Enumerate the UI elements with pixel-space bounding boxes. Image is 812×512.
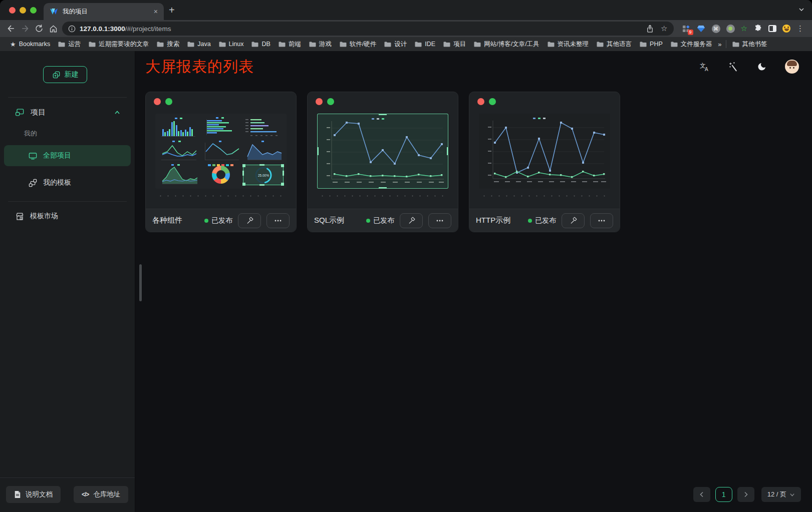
bookmark-folder[interactable]: 其他语言 — [593, 40, 636, 49]
profile-avatar-icon[interactable] — [782, 25, 790, 33]
home-button[interactable] — [46, 22, 60, 36]
site-info-icon[interactable] — [68, 25, 76, 33]
status-dot — [528, 219, 532, 223]
card-window-dots — [154, 98, 172, 105]
extension-star-icon[interactable]: ☆ — [741, 24, 747, 33]
bookmark-folder[interactable]: IDE — [411, 41, 439, 48]
bookmark-folder[interactable]: 搜索 — [153, 40, 183, 49]
share-icon[interactable] — [646, 25, 654, 33]
next-page-button[interactable] — [737, 487, 754, 502]
dark-mode-moon-icon[interactable] — [757, 62, 767, 72]
card-window-dots — [477, 98, 496, 105]
status-dot — [366, 219, 370, 223]
translate-icon[interactable]: 文A — [699, 62, 710, 72]
bookmark-folder[interactable]: 设计 — [380, 40, 411, 49]
bookmark-folder[interactable]: 近期需要读的文章 — [85, 40, 153, 49]
bookmark-folder[interactable]: PHP — [636, 41, 667, 48]
svg-text:25.00%: 25.00% — [258, 174, 269, 177]
more-actions-button[interactable] — [428, 213, 451, 228]
bookmark-folder[interactable]: 资讯未整理 — [544, 40, 593, 49]
address-bar[interactable]: 127.0.0.1:3000/#/project/items ☆ — [62, 22, 674, 36]
header-actions: 文A — [699, 60, 799, 74]
sidebar-divider — [8, 97, 127, 98]
status-label: 已发布 — [211, 216, 232, 225]
project-thumbnail[interactable] — [317, 114, 448, 189]
new-tab-button[interactable]: + — [169, 5, 175, 15]
zoom-window-button[interactable] — [30, 7, 37, 14]
sidebar-item-all-projects[interactable]: 全部项目 — [4, 145, 131, 166]
extensions-area: 9 ⌘ ☆ ⋮ — [678, 24, 808, 33]
scrollbar-thumb[interactable] — [139, 264, 142, 301]
tab-close-icon[interactable]: × — [154, 8, 158, 15]
back-button[interactable] — [4, 22, 18, 36]
status-label: 已发布 — [373, 216, 394, 225]
current-page-button[interactable]: 1 — [715, 487, 732, 502]
magic-wand-icon[interactable] — [728, 62, 739, 72]
extension-gem-icon[interactable] — [697, 24, 706, 33]
ellipsis-icon — [436, 217, 444, 225]
edit-project-button[interactable] — [238, 213, 261, 228]
chevron-up-icon[interactable] — [114, 109, 121, 116]
browser-menu-icon[interactable]: ⋮ — [796, 24, 804, 33]
more-actions-button[interactable] — [590, 213, 613, 228]
page-size-value: 12 / 页 — [767, 490, 786, 499]
user-avatar[interactable] — [785, 60, 799, 74]
close-window-button[interactable] — [9, 7, 16, 14]
extension-recorder-icon[interactable] — [726, 25, 735, 33]
donut — [212, 166, 230, 184]
bookmark-folder[interactable]: 文件服务器 — [667, 40, 716, 49]
bookmark-label: 资讯未整理 — [558, 40, 589, 49]
bookmark-folder[interactable]: 项目 — [439, 40, 470, 49]
page-size-select[interactable]: 12 / 页 — [761, 487, 801, 502]
url-text[interactable]: 127.0.0.1:3000/#/project/items — [80, 25, 171, 33]
bookmark-label: 搜索 — [167, 40, 179, 49]
sidebar-divider — [8, 201, 127, 202]
bookmark-star-icon[interactable]: ☆ — [661, 24, 667, 33]
browser-tab[interactable]: 我的项目 × — [44, 3, 164, 20]
bookmark-folder[interactable]: Java — [183, 41, 214, 48]
extension-blocks-icon[interactable]: 9 — [682, 24, 691, 33]
hammer-icon — [245, 216, 254, 225]
edit-project-button[interactable] — [400, 213, 423, 228]
bookmarks-manager[interactable]: ★Bookmarks — [6, 41, 54, 48]
bookmark-folder[interactable]: 运营 — [54, 40, 85, 49]
project-card[interactable]: SQL示例 已发布 — [307, 92, 458, 232]
forward-button[interactable] — [18, 22, 32, 36]
bookmark-folder[interactable]: Linux — [215, 41, 248, 48]
red-dot — [154, 98, 161, 105]
extensions-puzzle-icon[interactable] — [753, 24, 762, 33]
sidebar-item-my-templates[interactable]: 我的模板 — [4, 172, 131, 193]
repo-button[interactable]: </> 仓库地址 — [74, 486, 128, 503]
project-thumbnail[interactable]: 25.00% — [155, 114, 287, 189]
side-panel-icon[interactable] — [768, 25, 776, 32]
tab-search-chevron-icon[interactable] — [798, 6, 805, 13]
bookmark-folder[interactable]: DB — [247, 41, 274, 48]
status-badge: 已发布 — [204, 216, 232, 225]
sidebar-footer: 说明文档 </> 仓库地址 — [0, 477, 135, 512]
edit-project-button[interactable] — [562, 213, 585, 228]
minimize-window-button[interactable] — [20, 7, 26, 14]
project-name: SQL示例 — [314, 216, 344, 225]
bookmarks-overflow-chevron[interactable]: » — [716, 41, 723, 48]
sidebar: 新建 项目 我的 全部项目 — [0, 51, 135, 512]
extension-command-icon[interactable]: ⌘ — [712, 25, 720, 33]
bookmark-folder[interactable]: 网站/博客/文章/工具 — [470, 40, 543, 49]
svg-text:A: A — [705, 67, 708, 72]
bookmark-folder[interactable]: 前端 — [275, 40, 305, 49]
mini-area-chart-green — [157, 163, 200, 187]
bookmarks-label: Bookmarks — [19, 41, 51, 48]
more-actions-button[interactable] — [266, 213, 290, 228]
sidebar-section-project[interactable]: 项目 — [15, 108, 121, 117]
project-card[interactable]: 25.00% 各种组件 已发布 — [145, 92, 297, 232]
prev-page-button[interactable] — [693, 487, 710, 502]
project-thumbnail[interactable] — [479, 114, 610, 189]
bookmark-folder[interactable]: 软件/硬件 — [336, 40, 380, 49]
new-project-button[interactable]: 新建 — [43, 66, 87, 83]
project-card[interactable]: HTTP示例 已发布 — [469, 92, 620, 232]
other-bookmarks-folder[interactable]: 其他书签 — [728, 40, 771, 49]
new-copy-plus-icon — [52, 71, 61, 79]
sidebar-item-template-market[interactable]: 模板市场 — [4, 206, 131, 227]
reload-button[interactable] — [32, 22, 46, 36]
bookmark-folder[interactable]: 游戏 — [305, 40, 336, 49]
docs-button[interactable]: 说明文档 — [6, 486, 61, 503]
